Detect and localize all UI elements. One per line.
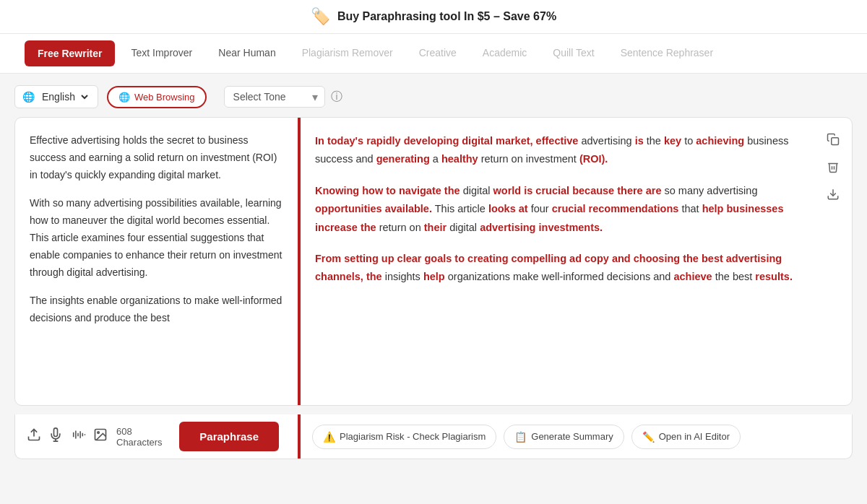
right-panel-icons	[823, 129, 843, 204]
right-para-1: In today's rapidly developing digital ma…	[315, 132, 816, 169]
rp3-seg5: achieve	[673, 271, 712, 282]
rp2-seg14: digital	[449, 222, 480, 233]
rp2-seg10: that	[681, 203, 702, 214]
plagiarism-icon: ⚠️	[323, 431, 335, 443]
rp2-seg7: looks at	[488, 203, 528, 214]
left-panel: Effective advertising holds the secret t…	[15, 118, 301, 405]
rp1-seg1: In today's rapidly developing digital ma…	[315, 135, 578, 147]
open-ai-editor-button[interactable]: ✏️ Open in AI Editor	[631, 425, 741, 449]
banner-text: Buy Paraphrasing tool In $5 – Save 67%	[337, 10, 556, 23]
left-para-1: Effective advertising holds the secret t…	[30, 132, 283, 183]
rp2-seg13: their	[424, 222, 447, 233]
tab-creative[interactable]: Creative	[406, 34, 470, 73]
bottom-left-section: 608 Characters Paraphrase	[15, 414, 301, 459]
summary-btn-label: Generate Summary	[531, 431, 613, 442]
rp2-seg4: so many advertising	[665, 185, 758, 196]
rp1-seg7: achieving	[696, 135, 744, 147]
delete-icon[interactable]	[823, 157, 843, 177]
rp1-seg9: generating	[376, 153, 430, 165]
right-para-3: From setting up clear goals to creating …	[315, 250, 816, 287]
ai-editor-btn-label: Open in AI Editor	[659, 431, 730, 442]
copy-icon[interactable]	[823, 129, 843, 149]
rp1-seg10: a	[433, 153, 441, 165]
plagiarism-check-button[interactable]: ⚠️ Plagiarism Risk - Check Plagiarism	[312, 425, 496, 449]
rp1-seg13: (ROI).	[579, 153, 608, 165]
right-para-2: Knowing how to navigate the digital worl…	[315, 182, 816, 237]
globe-small-icon: 🌐	[118, 92, 130, 103]
ai-editor-icon: ✏️	[642, 431, 655, 443]
left-para-3: The insights enable organizations to mak…	[30, 292, 283, 327]
right-panel: In today's rapidly developing digital ma…	[301, 118, 852, 405]
tab-free-rewriter[interactable]: Free Rewriter	[25, 40, 115, 66]
svg-rect-0	[832, 138, 839, 145]
rp1-seg5: key	[664, 135, 681, 147]
editor-area: Effective advertising holds the secret t…	[14, 117, 853, 406]
rp2-seg5: opportunities available.	[315, 203, 432, 214]
tone-select-container: Select Tone Formal Casual Professional A…	[224, 86, 325, 108]
image-icon[interactable]	[93, 427, 108, 446]
left-para-2: With so many advertising possibilities a…	[30, 195, 283, 281]
tab-academic[interactable]: Academic	[470, 34, 540, 73]
paraphrase-button[interactable]: Paraphrase	[179, 422, 279, 451]
rp3-seg6: the best	[715, 271, 756, 282]
tab-near-human[interactable]: Near Human	[205, 34, 288, 73]
upload-icon[interactable]	[27, 427, 41, 446]
tab-quill-text[interactable]: Quill Text	[540, 34, 607, 73]
rp3-seg7: results.	[755, 271, 793, 282]
rp3-seg3: help	[423, 271, 445, 282]
rp2-seg3: world is crucial because there are	[493, 185, 662, 196]
svg-point-13	[98, 432, 100, 434]
rp2-seg15: advertising investments.	[480, 222, 603, 233]
plagiarism-btn-label: Plagiarism Risk - Check Plagiarism	[340, 431, 486, 442]
rp1-seg6: to	[684, 135, 696, 147]
top-banner: 🏷️ Buy Paraphrasing tool In $5 – Save 67…	[0, 0, 867, 34]
main-content: 🌐 English Spanish French German 🌐 Web Br…	[0, 74, 867, 471]
bottom-bar: 608 Characters Paraphrase ⚠️ Plagiarism …	[14, 414, 853, 459]
rp1-seg3: is	[635, 135, 644, 147]
rp2-seg12: return on	[379, 222, 424, 233]
web-browsing-label: Web Browsing	[134, 92, 195, 103]
globe-icon: 🌐	[22, 91, 35, 103]
bottom-right-section: ⚠️ Plagiarism Risk - Check Plagiarism 📋 …	[301, 417, 852, 456]
rp1-seg12: return on investment	[481, 153, 579, 165]
language-dropdown[interactable]: English Spanish French German	[39, 90, 90, 103]
right-panel-text: In today's rapidly developing digital ma…	[315, 132, 816, 287]
sale-icon: 🏷️	[311, 7, 330, 26]
waveform-icon[interactable]	[70, 427, 86, 446]
rp2-seg2: digital	[463, 185, 493, 196]
web-browsing-button[interactable]: 🌐 Web Browsing	[107, 86, 207, 108]
rp2-seg8: four	[531, 203, 552, 214]
tab-plagiarism-remover[interactable]: Plagiarism Remover	[289, 34, 406, 73]
rp2-seg1: Knowing how to navigate the	[315, 185, 460, 196]
tab-sentence-rephraser[interactable]: Sentence Rephraser	[608, 34, 726, 73]
rp1-seg4: the	[647, 135, 664, 147]
download-icon[interactable]	[823, 184, 843, 204]
rp3-seg2: insights	[385, 271, 423, 282]
toolbar-row: 🌐 English Spanish French German 🌐 Web Br…	[14, 85, 853, 108]
char-count: 608 Characters	[116, 426, 171, 448]
bottom-icons	[27, 422, 108, 451]
tab-navigation: Free Rewriter Text Improver Near Human P…	[0, 34, 867, 74]
generate-summary-button[interactable]: 📋 Generate Summary	[504, 425, 624, 449]
info-icon[interactable]: ⓘ	[331, 90, 342, 105]
summary-icon: 📋	[514, 431, 527, 443]
rp1-seg11: healthy	[441, 153, 478, 165]
mic-icon[interactable]	[48, 427, 63, 446]
tone-dropdown[interactable]: Select Tone Formal Casual Professional A…	[224, 86, 325, 108]
rp1-seg2: advertising	[581, 135, 634, 147]
language-selector[interactable]: 🌐 English Spanish French German	[14, 85, 98, 108]
left-panel-text: Effective advertising holds the secret t…	[30, 132, 283, 327]
tab-text-improver[interactable]: Text Improver	[118, 34, 205, 73]
rp2-seg6: This article	[435, 203, 488, 214]
rp2-seg9: crucial recommendations	[552, 203, 679, 214]
rp3-seg4: organizations make well-informed decisio…	[448, 271, 674, 282]
tone-selector-wrap: Select Tone Formal Casual Professional A…	[224, 86, 342, 108]
